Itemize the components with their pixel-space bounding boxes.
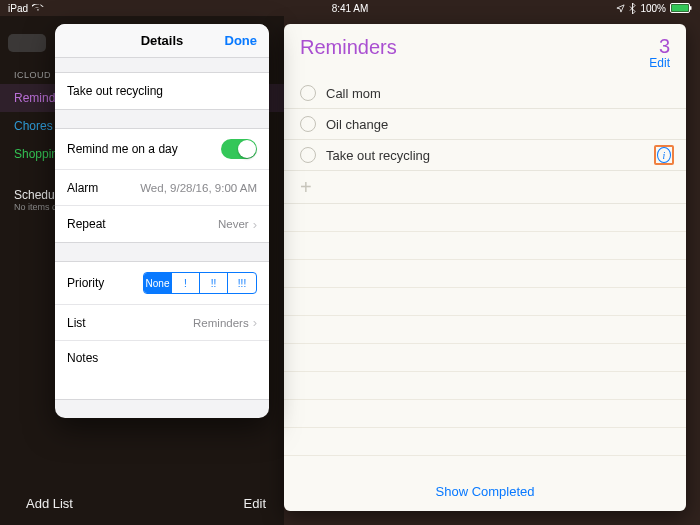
reminder-item[interactable]: Oil change	[284, 109, 686, 140]
done-button[interactable]: Done	[225, 33, 258, 48]
priority-high[interactable]: !!!	[228, 273, 256, 293]
reminder-item[interactable]: Call mom	[284, 78, 686, 109]
info-icon: i	[657, 147, 671, 163]
device-label: iPad	[8, 3, 28, 14]
notes-field[interactable]: Notes	[55, 341, 269, 399]
popover-title: Details	[141, 33, 184, 48]
plus-icon: +	[300, 177, 312, 197]
list-row[interactable]: List Reminders›	[55, 305, 269, 341]
svg-rect-1	[672, 5, 689, 12]
radio-unchecked-icon[interactable]	[300, 116, 316, 132]
info-button[interactable]: i	[654, 145, 674, 165]
radio-unchecked-icon[interactable]	[300, 85, 316, 101]
alarm-row[interactable]: Alarm Wed, 9/28/16, 9:00 AM	[55, 170, 269, 206]
radio-unchecked-icon[interactable]	[300, 147, 316, 163]
details-popover: Details Done Take out recycling Remind m…	[55, 24, 269, 418]
status-bar: iPad 8:41 AM 100%	[0, 0, 700, 16]
remind-on-day-row: Remind me on a day	[55, 129, 269, 170]
reminder-title-field[interactable]: Take out recycling	[55, 73, 269, 109]
priority-row: Priority None ! !! !!!	[55, 262, 269, 305]
add-list-button[interactable]: Add List	[26, 496, 73, 511]
item-count: 3	[649, 36, 670, 56]
list-title: Reminders	[300, 36, 397, 59]
bluetooth-icon	[629, 3, 636, 14]
chevron-right-icon: ›	[253, 217, 257, 232]
remind-on-day-toggle[interactable]	[221, 139, 257, 159]
reminder-text: Take out recycling	[326, 148, 430, 163]
battery-icon	[670, 3, 692, 13]
priority-none[interactable]: None	[144, 273, 172, 293]
repeat-row[interactable]: Repeat Never›	[55, 206, 269, 242]
reminders-pane: Reminders 3 Edit Call mom Oil change Tak…	[284, 24, 686, 511]
popover-arrow-icon	[268, 152, 269, 168]
reminder-item[interactable]: Take out recycling i	[284, 140, 686, 171]
wifi-icon	[32, 4, 44, 13]
location-icon	[616, 4, 625, 13]
add-reminder-row[interactable]: +	[284, 171, 686, 204]
show-completed-button[interactable]: Show Completed	[284, 472, 686, 511]
chevron-right-icon: ›	[253, 315, 257, 330]
priority-low[interactable]: !	[172, 273, 200, 293]
priority-med[interactable]: !!	[200, 273, 228, 293]
status-time: 8:41 AM	[332, 3, 369, 14]
list-edit-button[interactable]: Edit	[649, 56, 670, 70]
reminder-text: Call mom	[326, 86, 381, 101]
search-input[interactable]	[8, 34, 46, 52]
svg-rect-2	[690, 6, 692, 10]
priority-segmented[interactable]: None ! !! !!!	[143, 272, 257, 294]
reminder-text: Oil change	[326, 117, 388, 132]
sidebar-edit-button[interactable]: Edit	[244, 496, 266, 511]
battery-pct: 100%	[640, 3, 666, 14]
